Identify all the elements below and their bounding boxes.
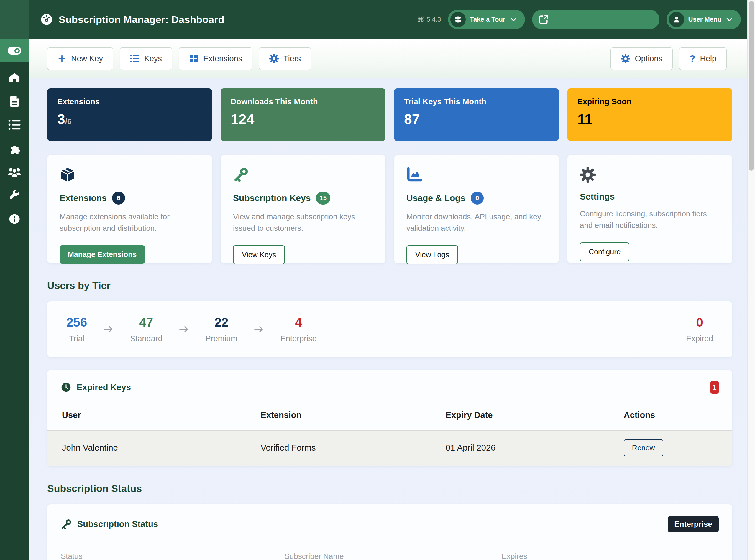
cell-expiry-date: 01 April 2026 bbox=[431, 430, 609, 466]
info-card-usage-logs: Usage & Logs 0 Monitor downloads, API us… bbox=[394, 155, 559, 263]
subscription-status-card: Subscription Status Enterprise Status Li… bbox=[47, 504, 732, 560]
sidebar-item-info[interactable] bbox=[0, 207, 28, 231]
sidebar-toggle-button[interactable] bbox=[0, 39, 28, 62]
count-badge: 6 bbox=[112, 192, 125, 204]
extensions-button[interactable]: Extensions bbox=[179, 47, 252, 70]
info-cards-row: Extensions 6 Manage extensions available… bbox=[47, 155, 732, 263]
tiers-label: Tiers bbox=[284, 54, 301, 63]
cell-extension: Verified Forms bbox=[246, 430, 431, 466]
options-label: Options bbox=[635, 54, 662, 63]
keys-button[interactable]: Keys bbox=[120, 47, 172, 70]
sidebar-item-list[interactable] bbox=[0, 113, 28, 137]
take-a-tour-button[interactable]: Take a Tour bbox=[448, 10, 525, 29]
info-card-description: View and manage subscription keys issued… bbox=[233, 211, 373, 234]
stat-label: Downloads This Month bbox=[231, 97, 375, 106]
manage-extensions-button[interactable]: Manage Extensions bbox=[60, 245, 145, 264]
sidebar-item-extensions[interactable] bbox=[0, 137, 28, 160]
main-content: Extensions 3/6 Downloads This Month 124 … bbox=[47, 78, 732, 560]
stat-value: 11 bbox=[578, 111, 722, 127]
stat-label: Trial Keys This Month bbox=[404, 97, 549, 106]
info-card-description: Monitor downloads, API usage, and key va… bbox=[406, 211, 546, 234]
sidebar-corner bbox=[0, 0, 28, 39]
tier-count: 4 bbox=[280, 315, 317, 329]
sidebar-item-home[interactable] bbox=[0, 66, 28, 89]
tier-label: Premium bbox=[206, 334, 237, 343]
new-key-button[interactable]: New Key bbox=[47, 47, 113, 70]
renew-button[interactable]: Renew bbox=[624, 439, 663, 456]
column-header-user[interactable]: User bbox=[47, 402, 246, 430]
user-icon bbox=[669, 12, 684, 27]
view-logs-button[interactable]: View Logs bbox=[406, 245, 458, 264]
subscription-status-card-heading: Subscription Status bbox=[77, 519, 158, 529]
tier-standard: 47 Standard bbox=[130, 315, 162, 343]
toggle-on-icon bbox=[8, 46, 21, 55]
help-button[interactable]: ? Help bbox=[679, 47, 727, 70]
enterprise-tier-badge: Enterprise bbox=[668, 516, 719, 532]
expired-keys-card: Expired Keys 1 User Extension Expiry Dat… bbox=[47, 370, 732, 466]
gauge-dashboard-icon bbox=[40, 13, 53, 26]
sidebar-item-tools[interactable] bbox=[0, 184, 28, 207]
stat-cards-row: Extensions 3/6 Downloads This Month 124 … bbox=[47, 88, 732, 141]
column-header-actions: Actions bbox=[609, 402, 732, 430]
stat-value: 87 bbox=[404, 111, 549, 127]
arrow-right-icon bbox=[179, 325, 189, 334]
puzzle-icon bbox=[8, 142, 21, 155]
key-icon bbox=[61, 519, 72, 530]
scrollbar-thumb[interactable] bbox=[749, 1, 754, 171]
sidebar-item-users[interactable] bbox=[0, 160, 28, 184]
list-icon bbox=[8, 119, 21, 130]
tier-premium: 22 Premium bbox=[206, 315, 237, 343]
tier-label: Expired bbox=[686, 334, 713, 343]
info-circle-icon bbox=[8, 213, 21, 225]
sidebar-item-documents[interactable] bbox=[0, 89, 28, 113]
extensions-label: Extensions bbox=[203, 54, 242, 63]
tier-count: 47 bbox=[130, 315, 162, 329]
new-key-label: New Key bbox=[71, 54, 103, 63]
arrow-right-icon bbox=[103, 325, 114, 334]
tier-enterprise: 4 Enterprise bbox=[280, 315, 317, 343]
tiers-button[interactable]: Tiers bbox=[259, 47, 311, 70]
scrollbar-track[interactable] bbox=[747, 0, 755, 560]
stat-card-downloads[interactable]: Downloads This Month 124 bbox=[220, 88, 385, 141]
info-card-title: Usage & Logs bbox=[406, 193, 465, 203]
external-link-icon bbox=[538, 14, 549, 25]
header: Subscription Manager: Dashboard ⌘ 5.4.3 … bbox=[28, 0, 747, 39]
info-card-title: Subscription Keys bbox=[233, 193, 311, 203]
info-card-title: Settings bbox=[580, 192, 615, 202]
view-keys-button[interactable]: View Keys bbox=[233, 245, 285, 264]
users-icon bbox=[8, 166, 21, 178]
clock-icon bbox=[61, 382, 71, 393]
stat-value: 3 bbox=[57, 112, 65, 127]
stat-card-trial-keys[interactable]: Trial Keys This Month 87 bbox=[394, 88, 559, 141]
column-header-extension[interactable]: Extension bbox=[246, 402, 431, 430]
expired-count-badge: 1 bbox=[711, 381, 719, 394]
chevron-down-icon bbox=[510, 16, 517, 23]
field-subscriber-name: Subscriber Name Multizone Limited bbox=[285, 552, 502, 560]
preview-site-button[interactable] bbox=[532, 10, 659, 29]
table-row: John Valentine Verified Forms 01 April 2… bbox=[47, 430, 732, 466]
expired-keys-heading: Expired Keys bbox=[77, 383, 131, 392]
tier-expired: 0 Expired bbox=[686, 315, 713, 343]
configure-button[interactable]: Configure bbox=[580, 242, 630, 261]
field-status: Status Licence is Valid bbox=[61, 552, 285, 560]
sidebar bbox=[0, 0, 28, 560]
column-header-expiry-date[interactable]: Expiry Date bbox=[431, 402, 609, 430]
stat-card-expiring-soon[interactable]: Expiring Soon 11 bbox=[567, 88, 732, 141]
cube-icon bbox=[60, 167, 200, 183]
info-card-title: Extensions bbox=[60, 193, 107, 203]
tier-count: 22 bbox=[206, 315, 237, 329]
tier-count: 0 bbox=[686, 315, 713, 329]
take-a-tour-label: Take a Tour bbox=[470, 16, 505, 23]
joomla-version: ⌘ 5.4.3 bbox=[417, 15, 441, 24]
expired-keys-table: User Extension Expiry Date Actions John … bbox=[47, 402, 732, 466]
gear-icon bbox=[269, 54, 279, 63]
toolbar: New Key Keys Extensions Tiers bbox=[28, 39, 747, 78]
gear-icon bbox=[621, 54, 630, 63]
user-menu-button[interactable]: User Menu bbox=[666, 10, 741, 29]
subscription-status-heading: Subscription Status bbox=[47, 483, 732, 494]
stat-card-extensions[interactable]: Extensions 3/6 bbox=[47, 88, 212, 141]
wrench-icon bbox=[8, 189, 21, 202]
info-card-description: Manage extensions available for subscrip… bbox=[60, 211, 200, 234]
options-button[interactable]: Options bbox=[611, 47, 673, 70]
page: Subscription Manager: Dashboard ⌘ 5.4.3 … bbox=[0, 0, 755, 560]
